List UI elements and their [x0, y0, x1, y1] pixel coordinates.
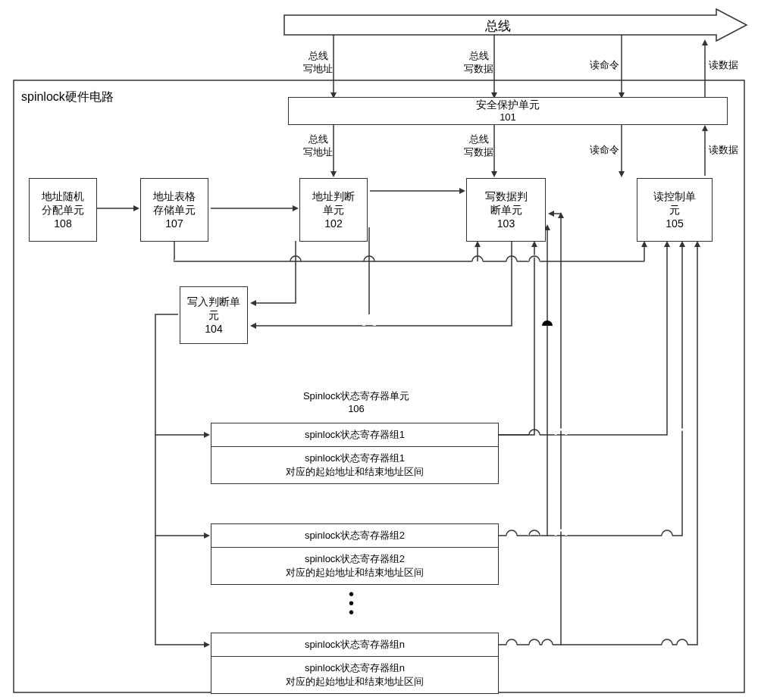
reg1-top: spinlock状态寄存器组1 [211, 423, 498, 447]
b108-num: 108 [54, 217, 71, 230]
lbl-waddr-1: 总线 写地址 [303, 50, 333, 76]
reg2-bot: spinlock状态寄存器组2 对应的起始地址和结束地址区间 [211, 548, 498, 584]
b104-name: 写入判断单 元 [187, 295, 240, 322]
b104-num: 104 [205, 322, 222, 336]
b102-name: 地址判断 单元 [312, 189, 355, 217]
block-101-real: 安全保护单元 101 [288, 97, 728, 125]
b107-num: 107 [165, 217, 183, 230]
lbl-rcmd-2: 读命令 [590, 144, 619, 157]
block-102: 地址判断 单元 102 [299, 178, 368, 242]
reg-group-n: spinlock状态寄存器组n spinlock状态寄存器组n 对应的起始地址和… [211, 633, 499, 694]
bus-label: 总线 [485, 18, 511, 35]
b105-num: 105 [666, 217, 683, 230]
reg2-top: spinlock状态寄存器组2 [211, 524, 498, 548]
lbl-rdata-1: 读数据 [709, 59, 738, 72]
b101-num-r: 101 [500, 111, 516, 124]
b101-name-r: 安全保护单元 [476, 98, 540, 111]
block-104: 写入判断单 元 104 [180, 286, 248, 344]
lbl-waddr-2: 总线 写地址 [303, 133, 333, 159]
block-106-label: Spinlock状态寄存器单元 106 [280, 390, 432, 416]
regn-bot: spinlock状态寄存器组n 对应的起始地址和结束地址区间 [211, 657, 498, 693]
ellipsis: ••• [349, 589, 354, 617]
regn-top: spinlock状态寄存器组n [211, 633, 498, 657]
block-107: 地址表格 存储单元 107 [140, 178, 208, 242]
lbl-rdata-2: 读数据 [709, 144, 738, 157]
b105-name: 读控制单 元 [653, 189, 696, 217]
lbl-rcmd-1: 读命令 [590, 59, 619, 72]
b106-num: 106 [348, 403, 365, 414]
block-105: 读控制单 元 105 [637, 178, 713, 242]
b102-num: 102 [324, 217, 342, 230]
reg-group-1: spinlock状态寄存器组1 spinlock状态寄存器组1 对应的起始地址和… [211, 423, 499, 484]
reg1-bot: spinlock状态寄存器组1 对应的起始地址和结束地址区间 [211, 447, 498, 483]
b107-name: 地址表格 存储单元 [153, 189, 196, 217]
b108-name: 地址随机 分配单元 [42, 189, 84, 217]
block-108: 地址随机 分配单元 108 [29, 178, 97, 242]
b106-name: Spinlock状态寄存器单元 [303, 390, 409, 402]
lbl-wdata-2: 总线 写数据 [464, 133, 493, 159]
b103-name: 写数据判 断单元 [485, 189, 528, 217]
svg-rect-0 [14, 80, 744, 692]
circuit-title: spinlock硬件电路 [21, 89, 114, 105]
b103-num: 103 [497, 217, 515, 230]
bus-arrow-shape [284, 9, 747, 41]
reg-group-2: spinlock状态寄存器组2 spinlock状态寄存器组2 对应的起始地址和… [211, 523, 499, 585]
block-103: 写数据判 断单元 103 [466, 178, 546, 242]
lbl-wdata-1: 总线 写数据 [464, 50, 493, 76]
